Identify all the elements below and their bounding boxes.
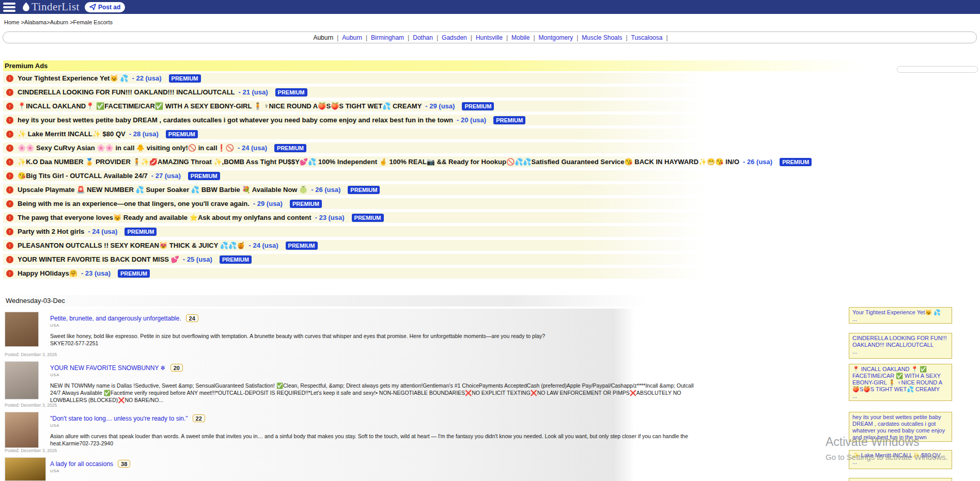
listing-country: USA xyxy=(0,469,705,473)
premium-ad-title[interactable]: Upscale Playmate 🚨 NEW NUMBER 💦 Super So… xyxy=(18,186,307,194)
premium-ad-row[interactable]: ↑ hey its your best wettes petite baby D… xyxy=(3,115,708,125)
listing-country: USA xyxy=(0,323,705,328)
premium-badge: PREMIUM xyxy=(274,144,306,152)
premium-ad-title[interactable]: 📍INCALL OAKLAND📍 ✅FACETIME/CAR✅ WITH A S… xyxy=(18,102,422,110)
listing-age-badge: 20 xyxy=(170,364,183,372)
premium-ad-row[interactable]: ↑ Happy HOlidays🤗 - 23 (usa) PREMIUM xyxy=(3,268,708,279)
sidebar-ad-more: ... xyxy=(852,393,948,399)
premium-ad-row[interactable]: ↑ 😘Big Tits Girl - OUTCALL Available 24/… xyxy=(3,170,708,181)
separator: | xyxy=(437,34,438,41)
hamburger-menu-icon[interactable] xyxy=(3,3,15,12)
premium-ad-row[interactable]: ↑ CINDERELLA LOOKING FOR FUN!!! OAKLAND!… xyxy=(3,87,708,98)
listing-thumbnail[interactable] xyxy=(5,361,39,399)
premium-ad-age: - 23 (usa) xyxy=(81,269,111,277)
premium-ad-row[interactable]: ↑ YOUR WINTER FAVORITE IS BACK DONT MISS… xyxy=(3,254,708,265)
up-arrow-icon: ↑ xyxy=(6,89,13,96)
sidebar-ad-title[interactable]: Your Tightest Experience Yet😼 💦 xyxy=(852,309,948,316)
breadcrumb[interactable]: Home >Alabama>Auburn >Female Escorts xyxy=(4,19,113,25)
sidebar-ad-title[interactable]: hey its your best wettes petite baby DRE… xyxy=(852,414,948,441)
sidebar-ad-box[interactable]: CINDERELLA LOOKING FOR FUN!!! OAKLAND!!!… xyxy=(849,333,952,359)
premium-ad-row[interactable]: ↑ 🌸🌸 Sexy CuRvy Asian 🌸🌸 in call 🐥 visit… xyxy=(3,142,708,153)
city-link[interactable]: Muscle Shoals xyxy=(582,34,622,41)
empty-ad-box xyxy=(897,66,978,73)
listing-title-link[interactable]: YOUR NEW FAVORITE SNOWBUNNY ❄ xyxy=(50,364,166,372)
premium-ad-age: - 20 (usa) xyxy=(457,116,486,124)
sidebar-ad-title[interactable]: 📍 INCALL OAKLAND 📍 ✅ FACETIME/CAR ✅ WITH… xyxy=(852,366,948,393)
premium-ad-title[interactable]: 😘Big Tits Girl - OUTCALL Available 24/7 xyxy=(18,172,148,180)
up-arrow-icon: ↑ xyxy=(6,117,13,124)
sidebar-ad-title[interactable]: ✨ Lake Merritt INCALL✨ $80 QV xyxy=(852,452,948,459)
separator: | xyxy=(533,34,535,41)
premium-ad-age: - 28 (usa) xyxy=(129,130,159,138)
listing-title-link[interactable]: Petite, brunette, and dangerously unforg… xyxy=(50,315,181,322)
premium-ad-age: - 27 (usa) xyxy=(151,172,181,180)
city-link[interactable]: Montgomery xyxy=(539,34,573,41)
listing-title-link[interactable]: "Don't stare too long… unless you're rea… xyxy=(50,415,188,422)
post-ad-button[interactable]: Post ad xyxy=(85,2,125,12)
premium-ad-title[interactable]: The pawg that everyone loves😼 Ready and … xyxy=(18,214,311,221)
premium-ads-header: Premium Ads xyxy=(3,60,899,71)
city-link[interactable]: Gadsden xyxy=(442,34,467,41)
sidebar-ad-box[interactable]: ✨ Lake Merritt INCALL✨ $80 QV ... xyxy=(849,450,952,469)
listing-age-badge: 38 xyxy=(118,460,130,468)
premium-ad-row[interactable]: ↑ Being with me is an experience—one tha… xyxy=(3,198,708,209)
premium-ad-row[interactable]: ↑ 📍INCALL OAKLAND📍 ✅FACETIME/CAR✅ WITH A… xyxy=(3,101,708,111)
premium-ad-row[interactable]: ↑ ✨K.O Daa NUMBER 🏅 PROVIDER 🧍✨💋AMAZING … xyxy=(3,156,708,167)
sidebar-ad-box[interactable]: Your Tightest Experience Yet😼 💦 ... xyxy=(849,307,952,324)
sidebar-ad-box[interactable] xyxy=(849,478,952,481)
premium-ad-title[interactable]: CINDERELLA LOOKING FOR FUN!!! OAKLAND!!!… xyxy=(18,88,235,96)
premium-ad-title[interactable]: 🌸🌸 Sexy CuRvy Asian 🌸🌸 in call 🐥 visitin… xyxy=(18,144,234,152)
listing-thumbnail[interactable] xyxy=(5,412,39,448)
listing-description: Sweet like honey, bold like espresso. Pe… xyxy=(0,332,695,340)
premium-ad-row[interactable]: ↑ ✨ Lake Merritt INCALL✨ $80 QV - 28 (us… xyxy=(3,129,708,139)
premium-badge: PREMIUM xyxy=(286,242,318,250)
listing-row: YOUR NEW FAVORITE SNOWBUNNY ❄ 20 USA NEW… xyxy=(0,358,705,409)
site-logo[interactable]: TinderList xyxy=(22,1,80,13)
listing-phone-line: SKYE702-577-2251 xyxy=(0,340,705,347)
premium-ad-row[interactable]: ↑ Your Tightest Experience Yet😼 💦 - 22 (… xyxy=(3,73,708,84)
listing-row: A lady for all occasions 38 USA xyxy=(0,454,705,481)
listing-thumbnail[interactable] xyxy=(5,312,39,347)
up-arrow-icon: ↑ xyxy=(6,103,13,110)
sidebar-ad-box[interactable]: 📍 INCALL OAKLAND 📍 ✅ FACETIME/CAR ✅ WITH… xyxy=(849,364,952,401)
city-link[interactable]: Auburn xyxy=(342,34,362,41)
premium-ad-row[interactable]: ↑ PLEASANTON OUTCALLS !! SEXY KOREAN😻 TH… xyxy=(3,240,708,251)
premium-ad-title[interactable]: ✨K.O Daa NUMBER 🏅 PROVIDER 🧍✨💋AMAZING Th… xyxy=(18,158,739,166)
premium-ad-title[interactable]: Your Tightest Experience Yet😼 💦 xyxy=(18,74,129,82)
listing-title-link[interactable]: A lady for all occasions xyxy=(50,460,113,468)
premium-ad-title[interactable]: Being with me is an experience—one that … xyxy=(18,200,250,207)
city-link[interactable]: Birmingham xyxy=(371,34,404,41)
premium-ad-title[interactable]: PLEASANTON OUTCALLS !! SEXY KOREAN😻 THIC… xyxy=(18,242,245,249)
premium-ad-title[interactable]: hey its your best wettes petite baby DRE… xyxy=(18,116,453,124)
sidebar-ads: Your Tightest Experience Yet😼 💦 ... CIND… xyxy=(849,307,952,481)
up-arrow-icon: ↑ xyxy=(6,214,13,221)
premium-ad-title[interactable]: Happy HOlidays🤗 xyxy=(18,269,77,277)
premium-ad-title[interactable]: Party with 2 Hot girls xyxy=(18,228,84,235)
city-link[interactable]: Tuscaloosa xyxy=(631,34,663,41)
city-link[interactable]: Dothan xyxy=(413,34,433,41)
premium-ad-age: - 26 (usa) xyxy=(743,158,772,166)
sidebar-ad-box[interactable]: hey its your best wettes petite baby DRE… xyxy=(849,412,952,442)
sidebar-ad-more: ... xyxy=(852,441,948,442)
premium-badge: PREMIUM xyxy=(290,200,322,208)
listing-posted-date: Posted: December 3, 2025 xyxy=(5,448,57,453)
listing-title-row: A lady for all occasions 38 xyxy=(0,454,705,468)
premium-ad-row[interactable]: ↑ Upscale Playmate 🚨 NEW NUMBER 💦 Super … xyxy=(3,184,708,195)
premium-ad-row[interactable]: ↑ The pawg that everyone loves😼 Ready an… xyxy=(3,212,708,223)
listing-title-row: "Don't stare too long… unless you're rea… xyxy=(0,409,705,422)
separator: | xyxy=(666,34,667,41)
city-link[interactable]: Mobile xyxy=(511,34,530,41)
premium-badge: PREMIUM xyxy=(780,158,812,166)
premium-ad-age: - 29 (usa) xyxy=(425,102,455,110)
sidebar-ad-title[interactable]: CINDERELLA LOOKING FOR FUN!!! OAKLAND!!!… xyxy=(852,335,948,348)
up-arrow-icon: ↑ xyxy=(6,75,13,82)
up-arrow-icon: ↑ xyxy=(6,186,13,194)
premium-ad-title[interactable]: ✨ Lake Merritt INCALL✨ $80 QV xyxy=(18,130,126,138)
premium-ad-age: - 29 (usa) xyxy=(253,200,283,207)
premium-ad-title[interactable]: YOUR WINTER FAVORITE IS BACK DONT MISS 💕 xyxy=(18,255,179,263)
listing-description: NEW IN TOWNMy name is Dallas !Seductive,… xyxy=(0,382,695,404)
separator: | xyxy=(366,34,367,41)
premium-ad-row[interactable]: ↑ Party with 2 Hot girls - 24 (usa) PREM… xyxy=(3,226,708,237)
city-link[interactable]: Huntsville xyxy=(476,34,503,41)
listing-thumbnail[interactable] xyxy=(5,457,46,481)
